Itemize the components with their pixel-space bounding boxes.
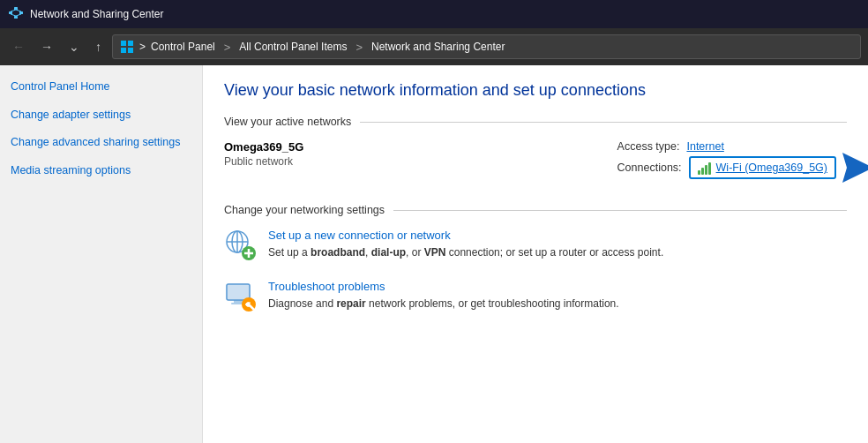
network-name: Omega369_5G [224,140,617,154]
networking-settings-divider [393,210,847,211]
active-networks-divider [360,122,847,123]
forward-button[interactable]: → [35,36,58,57]
breadcrumb-all-items[interactable]: All Control Panel Items [239,41,347,53]
wifi-icon [698,161,711,175]
svg-line-5 [16,10,21,11]
back-button[interactable]: ← [7,36,30,57]
connection-box[interactable]: Wi-Fi (Omega369_5G) [689,156,836,179]
svg-rect-1 [9,11,12,14]
up-button[interactable]: ↑ [90,36,107,57]
breadcrumb-separator-0: > [139,41,146,53]
network-info: Omega369_5G Public network Access type: … [224,140,847,183]
address-bar: ← → ⌄ ↑ > Control Panel > All Control Pa… [0,28,868,65]
active-networks-header: View your active networks [224,116,847,128]
svg-rect-22 [234,300,243,303]
svg-line-4 [11,10,16,11]
access-block: Access type: Internet Connections: Wi-Fi [617,140,836,183]
connections-row: Connections: Wi-Fi (Omega369_5G) [617,156,836,179]
network-type: Public network [224,155,617,168]
recent-button[interactable]: ⌄ [64,36,85,57]
networking-settings-label: Change your networking settings [224,204,385,216]
sidebar-change-advanced-sharing[interactable]: Change advanced sharing settings [11,135,191,151]
page-title: View your basic network information and … [224,81,847,100]
title-bar-icon [9,6,23,23]
connections-label: Connections: [617,161,682,174]
troubleshoot-link[interactable]: Troubleshoot problems [268,280,619,293]
title-bar: Network and Sharing Center [0,0,868,28]
svg-line-6 [11,14,16,16]
svg-line-7 [16,14,21,16]
svg-rect-11 [128,48,133,53]
title-bar-text: Network and Sharing Center [30,8,163,20]
access-type-label: Access type: [617,140,680,153]
sidebar-change-adapter[interactable]: Change adapter settings [11,108,191,124]
new-connection-text: Set up a new connection or network Set u… [268,229,663,260]
sidebar: Control Panel Home Change adapter settin… [0,65,203,443]
new-connection-item: Set up a new connection or network Set u… [224,229,847,262]
sidebar-media-streaming[interactable]: Media streaming options [11,163,191,179]
svg-rect-10 [121,48,126,53]
troubleshoot-item: Troubleshoot problems Diagnose and repai… [224,280,847,313]
svg-rect-8 [121,41,126,46]
new-connection-icon [224,229,258,262]
arrow-indicator [838,153,868,183]
troubleshoot-desc: Diagnose and repair network problems, or… [268,296,619,312]
svg-rect-20 [227,284,250,300]
address-field[interactable]: > Control Panel > All Control Panel Item… [112,34,861,59]
svg-rect-3 [19,11,23,14]
connection-name[interactable]: Wi-Fi (Omega369_5G) [716,161,827,174]
svg-marker-12 [842,153,868,183]
main-layout: Control Panel Home Change adapter settin… [0,65,868,443]
breadcrumb-network[interactable]: Network and Sharing Center [371,41,505,53]
troubleshoot-text: Troubleshoot problems Diagnose and repai… [268,280,619,312]
breadcrumb-control-panel[interactable]: Control Panel [151,41,215,53]
sidebar-control-panel-home[interactable]: Control Panel Home [11,79,191,95]
networking-settings-header: Change your networking settings [224,204,847,216]
windows-icon [120,40,134,54]
breadcrumb-sep-1: > [224,41,231,54]
svg-rect-2 [14,16,18,19]
network-name-block: Omega369_5G Public network [224,140,617,168]
new-connection-desc: Set up a broadband, dial-up, or VPN conn… [268,244,663,260]
troubleshoot-icon [224,280,258,313]
content-area: View your basic network information and … [203,65,868,443]
svg-rect-0 [14,7,18,10]
breadcrumb-sep-2: > [355,41,363,54]
new-connection-link[interactable]: Set up a new connection or network [268,229,663,242]
access-type-value[interactable]: Internet [686,140,723,153]
active-networks-label: View your active networks [224,116,351,128]
svg-rect-9 [128,41,133,46]
access-type-row: Access type: Internet [617,140,836,153]
